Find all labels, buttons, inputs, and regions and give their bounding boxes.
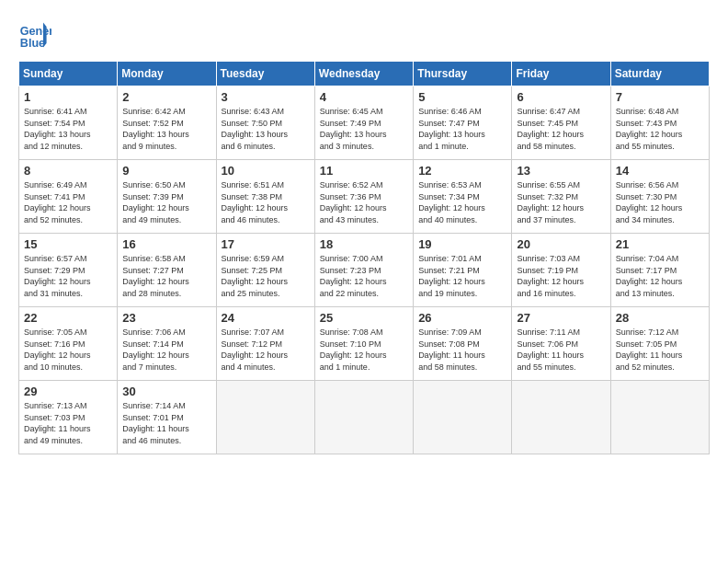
calendar-cell: [216, 381, 314, 454]
calendar-week-3: 15Sunrise: 6:57 AM Sunset: 7:29 PM Dayli…: [19, 234, 710, 307]
calendar-cell: 8Sunrise: 6:49 AM Sunset: 7:41 PM Daylig…: [19, 160, 118, 234]
day-number: 30: [122, 385, 210, 398]
day-number: 24: [222, 311, 310, 325]
day-detail: Sunrise: 7:01 AM Sunset: 7:21 PM Dayligh…: [418, 253, 506, 299]
calendar-cell: 4Sunrise: 6:45 AM Sunset: 7:49 PM Daylig…: [314, 86, 413, 160]
day-number: 10: [222, 164, 310, 178]
day-number: 23: [122, 311, 210, 325]
day-detail: Sunrise: 7:03 AM Sunset: 7:19 PM Dayligh…: [517, 253, 605, 299]
day-number: 12: [418, 164, 506, 178]
logo: General Blue: [18, 18, 57, 52]
calendar-cell: 14Sunrise: 6:56 AM Sunset: 7:30 PM Dayli…: [610, 160, 709, 234]
day-detail: Sunrise: 7:07 AM Sunset: 7:12 PM Dayligh…: [222, 327, 310, 373]
calendar-cell: 30Sunrise: 7:14 AM Sunset: 7:01 PM Dayli…: [118, 381, 216, 454]
calendar-cell: 5Sunrise: 6:46 AM Sunset: 7:47 PM Daylig…: [414, 86, 512, 160]
day-detail: Sunrise: 7:05 AM Sunset: 7:16 PM Dayligh…: [24, 327, 112, 373]
calendar-cell: 19Sunrise: 7:01 AM Sunset: 7:21 PM Dayli…: [414, 234, 512, 307]
calendar-cell: 9Sunrise: 6:50 AM Sunset: 7:39 PM Daylig…: [118, 160, 216, 234]
day-detail: Sunrise: 7:04 AM Sunset: 7:17 PM Dayligh…: [616, 253, 704, 299]
calendar-cell: [314, 381, 413, 454]
day-number: 14: [616, 164, 704, 178]
day-number: 29: [24, 385, 112, 398]
day-number: 2: [122, 90, 210, 104]
calendar-cell: [414, 381, 512, 454]
calendar-cell: 27Sunrise: 7:11 AM Sunset: 7:06 PM Dayli…: [512, 307, 610, 381]
day-detail: Sunrise: 6:42 AM Sunset: 7:52 PM Dayligh…: [122, 106, 210, 152]
calendar-cell: 24Sunrise: 7:07 AM Sunset: 7:12 PM Dayli…: [216, 307, 314, 381]
calendar-header-sunday: Sunday: [19, 62, 118, 86]
day-number: 3: [222, 90, 310, 104]
calendar-header-saturday: Saturday: [610, 62, 709, 86]
calendar-header-tuesday: Tuesday: [216, 62, 314, 86]
day-number: 21: [616, 237, 704, 251]
header: General Blue: [18, 18, 710, 52]
calendar-header-row: SundayMondayTuesdayWednesdayThursdayFrid…: [19, 62, 710, 86]
day-detail: Sunrise: 6:43 AM Sunset: 7:50 PM Dayligh…: [222, 106, 310, 152]
calendar-cell: 22Sunrise: 7:05 AM Sunset: 7:16 PM Dayli…: [19, 307, 118, 381]
day-number: 15: [24, 237, 112, 251]
day-number: 7: [616, 90, 704, 104]
day-number: 16: [122, 237, 210, 251]
day-detail: Sunrise: 7:12 AM Sunset: 7:05 PM Dayligh…: [616, 327, 704, 373]
day-number: 6: [517, 90, 605, 104]
calendar-header-monday: Monday: [118, 62, 216, 86]
day-detail: Sunrise: 6:41 AM Sunset: 7:54 PM Dayligh…: [24, 106, 112, 152]
calendar-cell: 16Sunrise: 6:58 AM Sunset: 7:27 PM Dayli…: [118, 234, 216, 307]
calendar-cell: 13Sunrise: 6:55 AM Sunset: 7:32 PM Dayli…: [512, 160, 610, 234]
calendar-cell: 23Sunrise: 7:06 AM Sunset: 7:14 PM Dayli…: [118, 307, 216, 381]
calendar-cell: 29Sunrise: 7:13 AM Sunset: 7:03 PM Dayli…: [19, 381, 118, 454]
day-number: 22: [24, 311, 112, 325]
calendar-cell: 15Sunrise: 6:57 AM Sunset: 7:29 PM Dayli…: [19, 234, 118, 307]
day-number: 25: [320, 311, 408, 325]
calendar-cell: 3Sunrise: 6:43 AM Sunset: 7:50 PM Daylig…: [216, 86, 314, 160]
day-detail: Sunrise: 6:51 AM Sunset: 7:38 PM Dayligh…: [222, 179, 310, 225]
day-detail: Sunrise: 6:57 AM Sunset: 7:29 PM Dayligh…: [24, 253, 112, 299]
day-detail: Sunrise: 6:59 AM Sunset: 7:25 PM Dayligh…: [222, 253, 310, 299]
calendar-header-thursday: Thursday: [414, 62, 512, 86]
calendar-cell: [512, 381, 610, 454]
day-number: 26: [418, 311, 506, 325]
calendar-cell: 26Sunrise: 7:09 AM Sunset: 7:08 PM Dayli…: [414, 307, 512, 381]
day-detail: Sunrise: 6:56 AM Sunset: 7:30 PM Dayligh…: [616, 179, 704, 225]
day-detail: Sunrise: 7:13 AM Sunset: 7:03 PM Dayligh…: [24, 400, 112, 446]
day-detail: Sunrise: 6:46 AM Sunset: 7:47 PM Dayligh…: [418, 106, 506, 152]
day-detail: Sunrise: 6:45 AM Sunset: 7:49 PM Dayligh…: [320, 106, 408, 152]
calendar-cell: 20Sunrise: 7:03 AM Sunset: 7:19 PM Dayli…: [512, 234, 610, 307]
calendar-cell: 17Sunrise: 6:59 AM Sunset: 7:25 PM Dayli…: [216, 234, 314, 307]
calendar-cell: 6Sunrise: 6:47 AM Sunset: 7:45 PM Daylig…: [512, 86, 610, 160]
day-detail: Sunrise: 7:08 AM Sunset: 7:10 PM Dayligh…: [320, 327, 408, 373]
day-number: 27: [517, 311, 605, 325]
day-number: 4: [320, 90, 408, 104]
day-number: 28: [616, 311, 704, 325]
calendar-cell: 28Sunrise: 7:12 AM Sunset: 7:05 PM Dayli…: [610, 307, 709, 381]
day-number: 5: [418, 90, 506, 104]
calendar-cell: 11Sunrise: 6:52 AM Sunset: 7:36 PM Dayli…: [314, 160, 413, 234]
day-detail: Sunrise: 7:09 AM Sunset: 7:08 PM Dayligh…: [418, 327, 506, 373]
day-detail: Sunrise: 6:50 AM Sunset: 7:39 PM Dayligh…: [122, 179, 210, 225]
day-number: 9: [122, 164, 210, 178]
day-detail: Sunrise: 7:00 AM Sunset: 7:23 PM Dayligh…: [320, 253, 408, 299]
calendar-cell: 7Sunrise: 6:48 AM Sunset: 7:43 PM Daylig…: [610, 86, 709, 160]
calendar-cell: 21Sunrise: 7:04 AM Sunset: 7:17 PM Dayli…: [610, 234, 709, 307]
calendar-cell: [610, 381, 709, 454]
day-number: 18: [320, 237, 408, 251]
calendar-header-friday: Friday: [512, 62, 610, 86]
day-detail: Sunrise: 6:49 AM Sunset: 7:41 PM Dayligh…: [24, 179, 112, 225]
day-detail: Sunrise: 6:52 AM Sunset: 7:36 PM Dayligh…: [320, 179, 408, 225]
logo-icon: General Blue: [18, 18, 51, 52]
day-number: 8: [24, 164, 112, 178]
day-detail: Sunrise: 6:53 AM Sunset: 7:34 PM Dayligh…: [418, 179, 506, 225]
day-detail: Sunrise: 7:06 AM Sunset: 7:14 PM Dayligh…: [122, 327, 210, 373]
day-detail: Sunrise: 7:14 AM Sunset: 7:01 PM Dayligh…: [122, 400, 210, 446]
calendar-cell: 25Sunrise: 7:08 AM Sunset: 7:10 PM Dayli…: [314, 307, 413, 381]
calendar-header-wednesday: Wednesday: [314, 62, 413, 86]
calendar-cell: 2Sunrise: 6:42 AM Sunset: 7:52 PM Daylig…: [118, 86, 216, 160]
calendar-cell: 18Sunrise: 7:00 AM Sunset: 7:23 PM Dayli…: [314, 234, 413, 307]
calendar-week-4: 22Sunrise: 7:05 AM Sunset: 7:16 PM Dayli…: [19, 307, 710, 381]
calendar-cell: 1Sunrise: 6:41 AM Sunset: 7:54 PM Daylig…: [19, 86, 118, 160]
day-detail: Sunrise: 6:47 AM Sunset: 7:45 PM Dayligh…: [517, 106, 605, 152]
day-number: 11: [320, 164, 408, 178]
day-detail: Sunrise: 6:48 AM Sunset: 7:43 PM Dayligh…: [616, 106, 704, 152]
calendar-cell: 10Sunrise: 6:51 AM Sunset: 7:38 PM Dayli…: [216, 160, 314, 234]
day-number: 20: [517, 237, 605, 251]
